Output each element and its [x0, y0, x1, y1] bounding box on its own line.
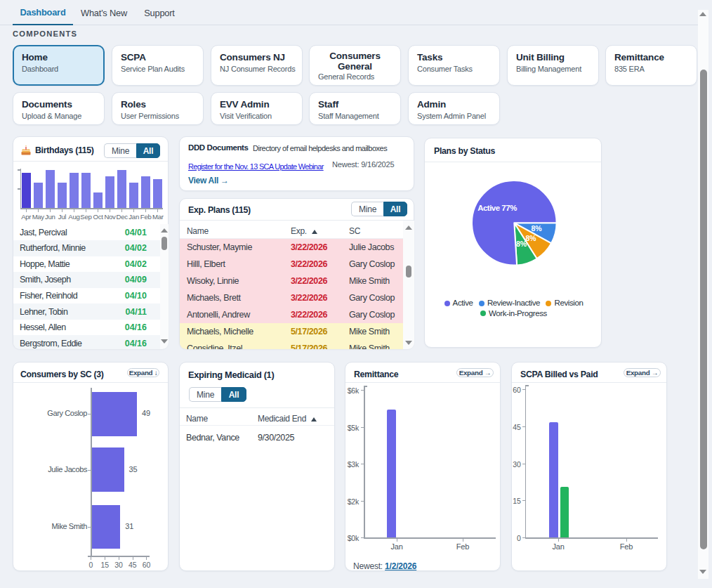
svg-text:8%: 8% — [532, 224, 543, 233]
svg-text:8%: 8% — [516, 240, 527, 248]
svg-text:Active 77%: Active 77% — [477, 204, 517, 212]
svg-text:8%: 8% — [526, 234, 537, 242]
